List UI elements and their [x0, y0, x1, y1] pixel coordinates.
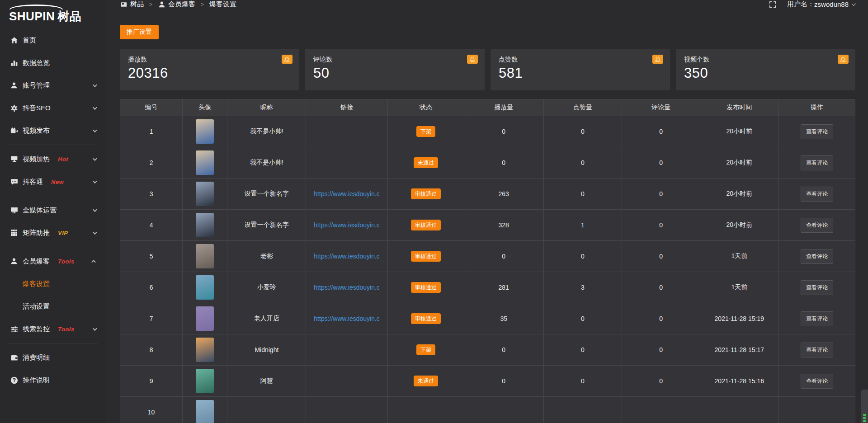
breadcrumb-separator: >: [149, 1, 152, 8]
chevron-up-icon: [91, 259, 96, 264]
video-link[interactable]: https://www.iesdouyin.c: [314, 221, 380, 229]
cell-comments: 0: [622, 116, 700, 147]
video-link[interactable]: https://www.iesdouyin.c: [314, 315, 380, 322]
sidebar-item-all-media-ops[interactable]: 全媒体运营: [0, 199, 105, 221]
sidebar-item-lead-monitor[interactable]: 线索监控Tools: [0, 318, 105, 340]
cell-time: 20小时前: [700, 210, 778, 241]
sidebar-item-douyin-seo[interactable]: 抖音SEO: [0, 97, 105, 119]
table-row: 10: [120, 397, 855, 423]
sidebar-item-video-publish[interactable]: 视频发布: [0, 119, 105, 142]
table-row: 8Midnight下架0002021-11-28 15:17查看评论: [120, 334, 855, 366]
chat-icon: [10, 178, 18, 186]
main-area: 树品>会员爆客>爆客设置 用户名：zswodun88 推广设置 播放数20316…: [105, 0, 868, 423]
video-link[interactable]: https://www.iesdouyin.c: [314, 190, 380, 197]
cell-id: 10: [120, 397, 183, 423]
sidebar-item-label: 数据总览: [23, 59, 50, 67]
avatar: [196, 400, 214, 423]
column-header: 头像: [183, 99, 227, 116]
member-icon: [10, 257, 18, 265]
cell-action: 查看评论: [778, 366, 855, 397]
view-comments-button[interactable]: 查看评论: [801, 249, 833, 264]
video-link[interactable]: https://www.iesdouyin.c: [314, 253, 380, 260]
cell-id: 4: [120, 210, 183, 241]
username-label: 用户名：: [787, 0, 814, 9]
cell-time: 20小时前: [700, 147, 778, 179]
sidebar-item-consumption-detail[interactable]: 消费明细: [0, 346, 105, 369]
sidebar-item-label: 操作说明: [23, 376, 50, 385]
view-comments-button[interactable]: 查看评论: [801, 124, 833, 139]
cell-likes: [543, 397, 622, 423]
video-link[interactable]: https://www.iesdouyin.c: [314, 284, 380, 291]
breadcrumb-label: 爆客设置: [209, 0, 236, 9]
sidebar-item-member-baoke[interactable]: 会员爆客Tools: [0, 250, 105, 273]
cell-link: https://www.iesdouyin.c: [306, 179, 387, 210]
cell-nickname: 我不是小帅!: [227, 147, 306, 179]
sidebar-subitem-baoke-settings[interactable]: 爆客设置: [0, 273, 105, 295]
status-badge: 审核通过: [411, 188, 441, 199]
chevron-down-icon: [93, 105, 97, 110]
view-comments-button[interactable]: 查看评论: [801, 155, 833, 170]
sidebar-item-account-management[interactable]: 账号管理: [0, 74, 105, 97]
cell-nickname: 小爱玲: [227, 272, 306, 303]
cell-id: 7: [120, 303, 183, 334]
logo-text: SHUPIN树品: [9, 9, 105, 23]
view-comments-button[interactable]: 查看评论: [801, 280, 833, 295]
status-badge: 下架: [416, 126, 435, 137]
cell-link: [306, 147, 387, 179]
video-icon: [10, 127, 18, 135]
table-row: 5老彬https://www.iesdouyin.c审核通过0001天前查看评论: [120, 241, 855, 272]
breadcrumb-item[interactable]: 树品: [120, 0, 144, 9]
cell-status: 审核通过: [387, 241, 464, 272]
cell-nickname: [227, 397, 306, 423]
breadcrumb-item[interactable]: 爆客设置: [209, 0, 236, 9]
sidebar-item-tag: New: [51, 179, 64, 185]
cell-link: https://www.iesdouyin.c: [306, 241, 387, 272]
breadcrumb-item[interactable]: 会员爆客: [158, 0, 195, 9]
status-badge: 未通过: [414, 157, 438, 168]
widget-dot: [863, 420, 866, 422]
cell-link: [306, 366, 387, 397]
stat-card-label: 视频个数: [684, 56, 847, 64]
user-menu[interactable]: 用户名：zswodun88: [787, 0, 855, 9]
column-header: 操作: [778, 99, 855, 116]
sidebar-subitem-activity-settings[interactable]: 活动设置: [0, 295, 105, 318]
sidebar-item-matrix-boost[interactable]: 矩阵助推VIP: [0, 221, 105, 244]
status-badge: 下架: [416, 344, 435, 355]
widget-dot: [863, 414, 866, 416]
floating-widget[interactable]: [861, 390, 868, 423]
view-comments-button[interactable]: 查看评论: [801, 218, 833, 233]
cell-plays: 0: [464, 366, 543, 397]
sidebar-item-operation-guide[interactable]: 操作说明: [0, 369, 105, 391]
sidebar-item-video-heat[interactable]: 视频加热Hot: [0, 148, 105, 170]
sidebar-divider: [7, 247, 98, 247]
view-comments-button[interactable]: 查看评论: [801, 311, 833, 326]
cell-plays: [464, 397, 543, 423]
cell-action: 查看评论: [778, 303, 855, 334]
cell-time: 20小时前: [700, 116, 778, 147]
cell-comments: 0: [622, 179, 700, 210]
cell-avatar: [183, 397, 227, 423]
app-logo[interactable]: SHUPIN树品: [0, 0, 105, 26]
cell-nickname: 老彬: [227, 241, 306, 272]
cell-action: 查看评论: [778, 334, 855, 366]
view-comments-button[interactable]: 查看评论: [801, 187, 833, 202]
sidebar-item-home[interactable]: 首页: [0, 29, 105, 52]
cell-likes: 0: [543, 241, 622, 272]
promo-settings-button[interactable]: 推广设置: [120, 25, 159, 39]
sidebar-item-label: 抖音SEO: [23, 104, 51, 113]
cell-likes: 3: [543, 272, 622, 303]
cell-action: 查看评论: [778, 210, 855, 241]
view-comments-button[interactable]: 查看评论: [801, 343, 833, 357]
breadcrumb-separator: >: [201, 1, 204, 8]
cell-comments: 0: [622, 147, 700, 179]
monitor-icon: [10, 206, 18, 214]
table-row: 9阿慧未通过0002021-11-28 15:16查看评论: [120, 366, 855, 397]
avatar: [196, 213, 214, 237]
sidebar-item-doukertong[interactable]: 抖客通New: [0, 170, 105, 193]
chevron-down-icon: [93, 156, 97, 161]
view-comments-button[interactable]: 查看评论: [801, 374, 833, 389]
sidebar-item-data-overview[interactable]: 数据总览: [0, 52, 105, 74]
table-row: 3设置一个新名字https://www.iesdouyin.c审核通过26300…: [120, 179, 855, 210]
cell-action: 查看评论: [778, 147, 855, 179]
fullscreen-icon[interactable]: [769, 1, 776, 8]
